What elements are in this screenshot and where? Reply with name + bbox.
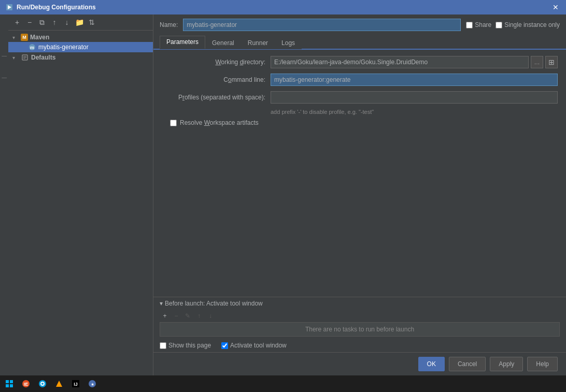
resolve-workspace-checkbox[interactable] [170, 120, 177, 126]
folder-button[interactable]: 📁 [74, 17, 85, 28]
parameters-content: Working directory: … ⊞ Command line: [153, 50, 566, 297]
help-button[interactable]: Help [527, 357, 558, 371]
right-panel: Name: Share Single instance only Paramet… [153, 14, 566, 375]
single-instance-label: Single instance only [504, 21, 560, 28]
add-config-button[interactable]: + [11, 17, 23, 28]
sidebar-icon-2: │ [1, 67, 8, 88]
tab-general[interactable]: General [205, 37, 241, 49]
launch-empty-message: There are no tasks to run before launch [305, 326, 414, 333]
taskbar-windows-button[interactable] [2, 376, 17, 391]
working-directory-label: Working directory: [162, 59, 265, 66]
taskbar-item-3[interactable] [52, 376, 66, 391]
share-checkbox[interactable] [466, 22, 473, 28]
tabs-bar: Parameters General Runner Logs [153, 35, 566, 50]
svg-rect-8 [6, 380, 9, 383]
tab-runner[interactable]: Runner [241, 37, 275, 49]
launch-add-button[interactable]: + [160, 311, 170, 321]
command-line-input[interactable] [271, 74, 558, 86]
launch-remove-button[interactable]: − [171, 311, 181, 321]
move-down-button[interactable]: ↓ [61, 17, 73, 28]
activate-tool-group[interactable]: Activate tool window [221, 342, 287, 349]
working-directory-row: Working directory: … ⊞ [162, 56, 558, 68]
svg-rect-10 [6, 384, 9, 387]
name-options: Share Single instance only [466, 21, 560, 28]
before-launch-header[interactable]: ▾ Before launch: Activate tool window [153, 297, 566, 310]
remove-config-button[interactable]: − [24, 17, 35, 28]
taskbar-item-1[interactable]: IE [19, 376, 33, 391]
tree-node-mybatis-generator[interactable]: ▸ m mybatis-generator [8, 42, 153, 52]
taskbar-item-2[interactable] [35, 376, 50, 391]
tree-label-defaults: Defaults [31, 54, 55, 61]
resolve-workspace-label[interactable]: Resolve Workspace artifacts [180, 119, 259, 126]
launch-up-button[interactable]: ↑ [194, 311, 204, 321]
name-label: Name: [160, 21, 178, 28]
sort-button[interactable]: ⇅ [86, 17, 97, 28]
single-instance-checkbox-group[interactable]: Single instance only [496, 21, 560, 28]
svg-marker-17 [56, 381, 62, 387]
sidebar-icon-1: │ [1, 46, 8, 66]
tree-node-maven[interactable]: ▾ M Maven [8, 33, 153, 42]
before-launch-section: ▾ Before launch: Activate tool window + … [153, 297, 566, 352]
profiles-label: Profiles (separated with space): [162, 94, 265, 101]
svg-text:m: m [30, 45, 34, 50]
tree-node-defaults[interactable]: ▾ Defaults [8, 52, 153, 63]
working-directory-browse-button[interactable]: … [531, 56, 543, 68]
show-page-label: Show this page [168, 342, 211, 349]
before-launch-toolbar: + − ✎ ↑ ↓ [153, 310, 566, 322]
before-launch-collapse-icon: ▾ [160, 300, 163, 307]
left-panel: + − ⧉ ↑ ↓ 📁 ⇅ ▾ M Maven ▸ [8, 14, 153, 375]
svg-text:★: ★ [91, 382, 94, 387]
profiles-row: Profiles (separated with space): [162, 91, 558, 104]
maven-expand-icon: ▾ [12, 35, 19, 40]
move-up-button[interactable]: ↑ [49, 17, 60, 28]
launch-edit-button[interactable]: ✎ [182, 311, 193, 321]
name-row: Name: Share Single instance only [153, 14, 566, 35]
svg-point-16 [41, 383, 44, 385]
copy-config-button[interactable]: ⧉ [36, 17, 48, 28]
svg-rect-9 [10, 380, 13, 383]
profiles-input[interactable] [271, 91, 558, 104]
name-input[interactable] [183, 19, 461, 31]
show-page-group[interactable]: Show this page [160, 342, 211, 349]
taskbar-item-intellij[interactable]: IJ [68, 376, 83, 391]
tree-label-mybatis-generator: mybatis-generator [38, 43, 89, 51]
tab-parameters[interactable]: Parameters [160, 36, 205, 49]
activate-tool-checkbox[interactable] [221, 342, 228, 349]
resolve-workspace-row: Resolve Workspace artifacts [162, 119, 558, 126]
tab-logs[interactable]: Logs [275, 37, 302, 49]
profiles-wrap [271, 91, 558, 104]
svg-text:IJ: IJ [74, 382, 78, 387]
launch-down-button[interactable]: ↓ [205, 311, 216, 321]
profiles-hint: add prefix '-' to disable profile, e.g. … [162, 109, 558, 115]
share-label: Share [475, 21, 491, 28]
dialog-icon [5, 3, 13, 11]
taskbar-item-5[interactable]: ★ [85, 376, 100, 391]
command-line-row: Command line: [162, 74, 558, 86]
maven-icon: M [21, 34, 28, 41]
title-bar-left: Run/Debug Configurations [5, 3, 96, 11]
activate-tool-label: Activate tool window [230, 342, 287, 349]
run-debug-dialog: Run/Debug Configurations ✕ │ │ + − ⧉ ↑ ↓… [0, 0, 566, 392]
launch-tasks-area: There are no tasks to run before launch [160, 322, 560, 337]
svg-rect-11 [10, 384, 13, 387]
ok-button[interactable]: OK [418, 357, 445, 371]
dialog-title: Run/Debug Configurations [17, 4, 96, 11]
share-checkbox-group[interactable]: Share [466, 21, 491, 28]
working-directory-input[interactable] [271, 56, 529, 68]
apply-button[interactable]: Apply [490, 357, 523, 371]
mybatis-icon: m [28, 43, 36, 51]
single-instance-checkbox[interactable] [496, 22, 502, 28]
taskbar: IE IJ ★ [0, 375, 566, 392]
footer-options: Show this page Activate tool window [153, 339, 566, 352]
config-tree: ▾ M Maven ▸ m mybatis-generator [8, 31, 153, 375]
left-toolbar: + − ⧉ ↑ ↓ 📁 ⇅ [8, 14, 153, 31]
defaults-icon [21, 53, 29, 62]
bottom-bar: OK Cancel Apply Help [153, 352, 566, 375]
tree-label-maven: Maven [30, 34, 49, 41]
cancel-button[interactable]: Cancel [449, 357, 486, 371]
show-page-checkbox[interactable] [160, 342, 166, 349]
command-line-wrap [271, 74, 558, 86]
defaults-expand-icon: ▾ [12, 55, 19, 61]
working-directory-expand-button[interactable]: ⊞ [545, 56, 558, 68]
close-button[interactable]: ✕ [550, 2, 561, 12]
